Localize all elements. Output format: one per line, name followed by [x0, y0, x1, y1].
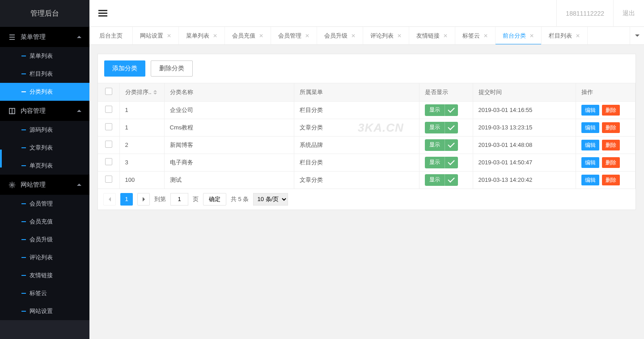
- sidebar-item-source-list[interactable]: 源码列表: [0, 121, 89, 139]
- edit-button[interactable]: 编辑: [581, 175, 599, 185]
- tab-label: 菜单列表: [186, 32, 209, 40]
- tab-home[interactable]: 后台主页: [89, 27, 133, 44]
- pagination: 1 到第 页 确定 共 5 条 10 条/页: [98, 189, 636, 210]
- chevron-right-icon: [143, 197, 145, 202]
- sidebar-item-comment-list[interactable]: 评论列表: [0, 249, 89, 266]
- tab-links[interactable]: 友情链接✕: [409, 27, 455, 44]
- cell-sort: 100: [119, 171, 164, 189]
- close-icon[interactable]: ✕: [305, 33, 309, 39]
- sidebar-item-column-list[interactable]: 栏目列表: [0, 65, 89, 83]
- visibility-switch[interactable]: 显示: [425, 104, 458, 116]
- sidebar-item-page-list[interactable]: 单页列表: [0, 157, 89, 175]
- gear-icon: [8, 181, 16, 189]
- sidebar-item-site-settings[interactable]: 网站设置: [0, 302, 89, 320]
- tab-more-button[interactable]: [630, 27, 644, 44]
- sidebar-item-member-recharge[interactable]: 会员充值: [0, 213, 89, 231]
- sidebar-item-label: 分类列表: [30, 88, 53, 96]
- cell-menu: 系统品牌: [294, 136, 419, 154]
- goto-page-input[interactable]: [170, 193, 188, 206]
- close-icon[interactable]: ✕: [530, 33, 534, 39]
- row-checkbox[interactable]: [105, 158, 112, 165]
- cell-sort: 2: [119, 136, 164, 154]
- tab-front-cat[interactable]: 前台分类✕: [496, 27, 542, 44]
- row-checkbox[interactable]: [105, 141, 112, 148]
- visibility-switch[interactable]: 显示: [425, 174, 458, 186]
- close-icon[interactable]: ✕: [351, 33, 356, 39]
- tab-label: 评论列表: [370, 32, 394, 40]
- header-user[interactable]: 18811112222: [556, 0, 613, 27]
- cell-time: 2019-03-13 14:20:42: [473, 171, 576, 189]
- delete-button[interactable]: 删除: [602, 140, 620, 150]
- sidebar-item-member-manage[interactable]: 会员管理: [0, 195, 89, 213]
- delete-button[interactable]: 删除: [602, 157, 620, 168]
- page-number[interactable]: 1: [120, 193, 133, 206]
- tab-member[interactable]: 会员管理✕: [271, 27, 317, 44]
- chevron-left-icon: [109, 197, 111, 202]
- category-table: 分类排序.. 分类名称 所属菜单 是否显示 提交时间 操作 1企业公司栏目分类显…: [98, 83, 636, 189]
- visibility-switch[interactable]: 显示: [425, 157, 458, 168]
- edit-button[interactable]: 编辑: [581, 157, 599, 168]
- row-checkbox[interactable]: [105, 176, 112, 183]
- tab-comments[interactable]: 评论列表✕: [363, 27, 409, 44]
- tab-upgrade[interactable]: 会员升级✕: [317, 27, 363, 44]
- add-category-button[interactable]: 添加分类: [104, 60, 145, 77]
- cell-sort: 3: [119, 154, 164, 171]
- close-icon[interactable]: ✕: [443, 33, 448, 39]
- row-checkbox[interactable]: [105, 123, 112, 130]
- sidebar-item-label: 友情链接: [30, 271, 53, 279]
- hamburger-icon: [98, 9, 107, 18]
- close-icon[interactable]: ✕: [397, 33, 402, 39]
- th-sort[interactable]: 分类排序..: [119, 83, 164, 101]
- row-checkbox[interactable]: [105, 106, 112, 113]
- tab-tags[interactable]: 标签云✕: [455, 27, 496, 44]
- switch-label: 显示: [425, 104, 445, 116]
- toggle-sidebar-button[interactable]: [89, 0, 116, 27]
- sidebar-item-friend-links[interactable]: 友情链接: [0, 266, 89, 284]
- check-icon: [445, 174, 458, 186]
- sidebar-item-label: 菜单列表: [30, 52, 53, 60]
- per-page-select[interactable]: 10 条/页: [253, 193, 288, 206]
- delete-button[interactable]: 删除: [602, 175, 620, 185]
- tab-recharge[interactable]: 会员充值✕: [225, 27, 271, 44]
- nav-group-book[interactable]: 内容管理: [0, 101, 89, 121]
- close-icon[interactable]: ✕: [213, 33, 217, 39]
- next-page-button[interactable]: [137, 193, 150, 206]
- sidebar-item-category-list[interactable]: 分类列表: [0, 83, 89, 101]
- visibility-switch[interactable]: 显示: [425, 139, 458, 151]
- edit-button[interactable]: 编辑: [581, 140, 599, 150]
- goto-confirm-button[interactable]: 确定: [203, 193, 226, 206]
- delete-button[interactable]: 删除: [602, 105, 620, 116]
- tab-label: 后台主页: [99, 32, 123, 40]
- nav-group-gear[interactable]: 网站管理: [0, 175, 89, 195]
- switch-label: 显示: [425, 157, 445, 168]
- tab-menu-list[interactable]: 菜单列表✕: [179, 27, 225, 44]
- tab-columns[interactable]: 栏目列表✕: [542, 27, 588, 44]
- tab-site-settings[interactable]: 网站设置✕: [133, 27, 179, 44]
- delete-button[interactable]: 删除: [602, 122, 620, 133]
- sidebar-item-menu-list[interactable]: 菜单列表: [0, 47, 89, 65]
- sidebar-item-label: 文章列表: [30, 144, 53, 152]
- close-icon[interactable]: ✕: [259, 33, 263, 39]
- logout-button[interactable]: 退出: [613, 0, 644, 27]
- nav-group-label: 菜单管理: [21, 33, 46, 41]
- sidebar-item-member-upgrade[interactable]: 会员升级: [0, 231, 89, 249]
- close-icon[interactable]: ✕: [483, 33, 488, 39]
- sidebar-item-label: 网站设置: [30, 307, 53, 315]
- nav-group-menu[interactable]: 菜单管理: [0, 27, 89, 47]
- cell-name: Cms教程: [164, 119, 294, 136]
- sidebar-item-label: 会员管理: [30, 200, 53, 208]
- edit-button[interactable]: 编辑: [581, 105, 599, 116]
- tab-label: 标签云: [462, 32, 480, 40]
- cell-name: 测试: [164, 171, 294, 189]
- prev-page-button[interactable]: [103, 193, 116, 206]
- dash-icon: [21, 147, 26, 148]
- svg-point-0: [11, 184, 13, 186]
- delete-category-button[interactable]: 删除分类: [151, 60, 193, 77]
- sidebar-item-tag-cloud[interactable]: 标签云: [0, 284, 89, 302]
- sidebar-item-article-list[interactable]: 文章列表: [0, 139, 89, 157]
- edit-button[interactable]: 编辑: [581, 122, 599, 133]
- visibility-switch[interactable]: 显示: [425, 122, 458, 133]
- close-icon[interactable]: ✕: [576, 33, 580, 39]
- close-icon[interactable]: ✕: [167, 33, 171, 39]
- select-all-checkbox[interactable]: [105, 88, 112, 95]
